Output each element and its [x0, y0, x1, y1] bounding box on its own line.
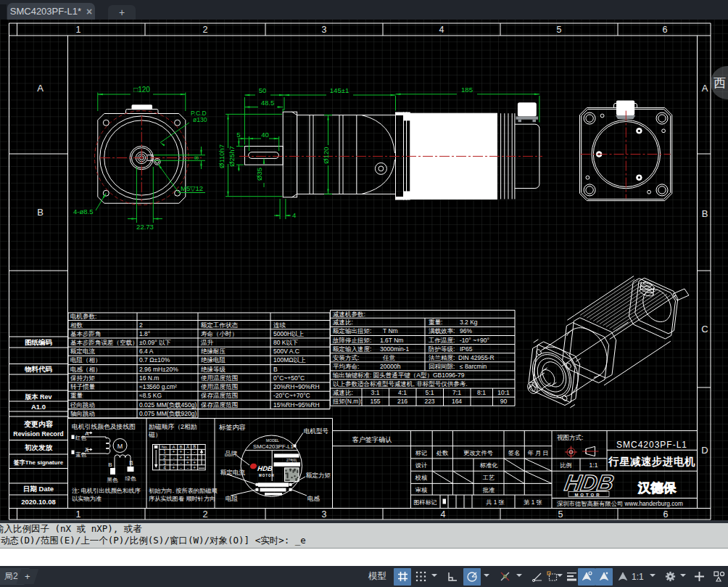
svg-text:164: 164	[452, 398, 462, 405]
dropdown-arrow-icon[interactable]	[678, 573, 688, 582]
svg-text:-10° ~+90°: -10° ~+90°	[460, 337, 489, 344]
svg-text:+: +	[193, 465, 196, 470]
svg-text:3: 3	[322, 509, 327, 520]
tab-close-icon[interactable]: ×	[86, 6, 92, 17]
svg-text:温升: 温升	[200, 339, 214, 346]
dropdown-arrow-icon[interactable]	[514, 573, 524, 582]
svg-text:155: 155	[370, 398, 380, 405]
svg-text:216: 216	[397, 398, 408, 405]
svg-text:A: A	[702, 83, 708, 94]
svg-text:C: C	[701, 324, 708, 334]
cad-application-window: SMC4203PF-L1* × + HDBMOTORHDBMOTOR 12345…	[0, 0, 728, 587]
svg-text:4-ø8.5: 4-ø8.5	[73, 208, 93, 215]
svg-text:标记: 标记	[415, 450, 427, 456]
svg-text:B̅: B̅	[193, 445, 196, 449]
svg-text:比例: 比例	[560, 462, 571, 469]
svg-text:-20°C~+70°C: -20°C~+70°C	[273, 392, 310, 399]
svg-text:MOTOR: MOTOR	[259, 474, 275, 477]
svg-text:额定电流: 额定电流	[70, 348, 96, 355]
svg-text:任意: 任意	[382, 354, 396, 361]
command-input[interactable]	[0, 548, 728, 567]
svg-text:M5▽12: M5▽12	[181, 184, 203, 192]
svg-text:A1.0: A1.0	[31, 403, 46, 411]
status-toggle-ann-vis[interactable]	[578, 568, 595, 586]
svg-text:绝缘耐压: 绝缘耐压	[201, 348, 226, 355]
svg-text:+: +	[173, 465, 175, 470]
status-bar: 局2 + 模型1:1	[0, 566, 728, 587]
svg-text:额定电流: 额定电流	[220, 469, 246, 476]
svg-text:-: -	[173, 460, 174, 465]
svg-text:保存温度范围: 保存温度范围	[201, 401, 238, 409]
svg-text:法兰精度:: 法兰精度:	[429, 354, 455, 361]
document-tab-active[interactable]: SMC4203PF-L1* ×	[7, 3, 95, 20]
svg-text:绝缘等级: 绝缘等级	[201, 366, 226, 373]
dropdown-arrow-icon[interactable]	[429, 573, 439, 582]
svg-text:A̅: A̅	[85, 447, 89, 453]
svg-text:额定工作状态: 额定工作状态	[200, 321, 239, 329]
svg-text:2: 2	[203, 25, 208, 35]
svg-text:电感（相）: 电感（相）	[70, 366, 102, 373]
status-toggle-ortho[interactable]	[444, 568, 461, 586]
status-toggle-polar[interactable]	[463, 568, 481, 586]
drawing-canvas[interactable]: HDBMOTORHDBMOTOR 123456123456ABABCD □120…	[0, 20, 728, 520]
status-toggle-osnap[interactable]	[496, 568, 513, 586]
svg-text:1: 1	[76, 509, 81, 520]
svg-text:4: 4	[292, 211, 296, 219]
svg-text:满载效率:: 满载效率:	[429, 327, 455, 334]
status-toggle-ann-add[interactable]	[595, 568, 613, 586]
svg-text:日期 Date: 日期 Date	[23, 485, 54, 493]
svg-text:径向跳动: 径向跳动	[70, 401, 95, 409]
svg-text:185: 185	[461, 86, 473, 94]
dropdown-arrow-icon[interactable]	[481, 573, 492, 582]
svg-text:MODEL: MODEL	[266, 438, 279, 443]
label-logo: HDBMOTOR	[257, 464, 275, 477]
new-document-tab-button[interactable]: +	[108, 5, 136, 20]
dropdown-arrow-icon[interactable]	[648, 573, 658, 582]
svg-text:27号码: 27号码	[286, 458, 297, 462]
svg-text:电阻: 电阻	[226, 495, 239, 502]
document-tab-label: SMC4203PF-L1*	[10, 6, 81, 17]
svg-text:视图方式:: 视图方式:	[557, 434, 583, 441]
svg-text:DIN 42955-R: DIN 42955-R	[458, 354, 495, 361]
svg-text:深圳市德智高新有限公司 www.handerburg.com: 深圳市德智高新有限公司 www.handerburg.com	[557, 500, 683, 507]
svg-text:图纸编码: 图纸编码	[25, 338, 53, 346]
svg-text:图样标记: 图样标记	[414, 499, 437, 506]
svg-text:第 1 张: 第 1 张	[524, 499, 542, 506]
annotation-scale-value[interactable]: 1:1	[632, 568, 644, 585]
svg-text:工艺: 工艺	[483, 475, 495, 481]
svg-text:审核: 审核	[415, 487, 428, 493]
svg-text:40: 40	[261, 131, 269, 139]
svg-text:ø130: ø130	[193, 116, 207, 123]
svg-text:版本 Rev: 版本 Rev	[24, 393, 51, 401]
svg-text:8:1: 8:1	[477, 389, 486, 396]
status-toggle-isolate[interactable]	[710, 568, 727, 586]
status-toggle-grid[interactable]	[394, 568, 411, 586]
svg-text:Ø110h7: Ø110h7	[218, 144, 226, 168]
svg-text:相数: 相数	[70, 321, 83, 329]
status-toggle-gear[interactable]	[661, 568, 679, 586]
svg-text:电阻（相）: 电阻（相）	[70, 356, 102, 364]
command-history-line1: 输入比例因子 (nX 或 nXP), 或者	[0, 523, 728, 535]
svg-text:B: B	[702, 208, 708, 219]
svg-text:±0.09° 以下: ±0.09° 以下	[139, 339, 171, 346]
model-space-button[interactable]: 模型	[366, 568, 389, 585]
svg-text:Revision Record: Revision Record	[13, 430, 63, 438]
svg-text:B: B	[273, 366, 278, 373]
svg-text:4:1: 4:1	[398, 389, 407, 396]
svg-text:2: 2	[163, 455, 166, 460]
svg-text:校核: 校核	[415, 475, 428, 481]
status-toggle-snap[interactable]	[412, 568, 429, 586]
svg-text:5: 5	[557, 25, 562, 35]
svg-text:A: A	[85, 430, 89, 437]
drawing-viewport[interactable]: HDBMOTORHDBMOTOR 123456123456ABABCD □120…	[0, 20, 728, 520]
status-toggle-plus[interactable]	[690, 568, 708, 586]
new-layout-tab-button[interactable]: +	[17, 569, 39, 584]
svg-text:标签内容: 标签内容	[218, 424, 246, 431]
svg-text:1.6T Nm: 1.6T Nm	[380, 337, 403, 344]
svg-text:5:1: 5:1	[426, 389, 434, 396]
svg-text:3000min-1: 3000min-1	[380, 345, 409, 353]
status-toggle-ann-scale[interactable]	[614, 568, 632, 586]
svg-text:SMC4203PF-L1: SMC4203PF-L1	[253, 443, 294, 450]
svg-text:客户签字确认: 客户签字确认	[352, 436, 392, 443]
svg-text:励磁顺序（2相励: 励磁顺序（2相励	[149, 423, 197, 430]
